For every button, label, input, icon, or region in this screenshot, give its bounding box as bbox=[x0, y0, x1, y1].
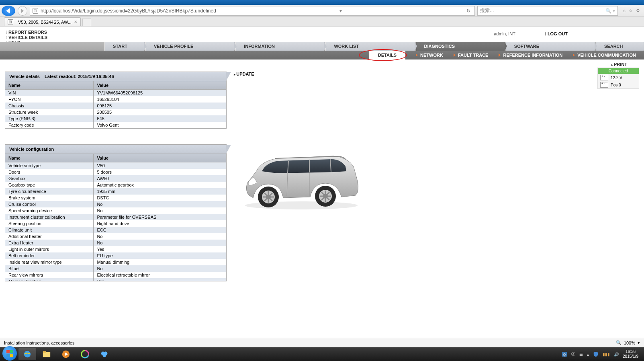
search-placeholder: 搜索... bbox=[480, 7, 494, 14]
submenu-fault-trace[interactable]: FAULT TRACE bbox=[454, 53, 489, 57]
cell-value: DSTC bbox=[94, 195, 227, 201]
latest-readout-value: 2015/1/9 16:35:46 bbox=[78, 74, 114, 79]
cell-value: EU type bbox=[94, 252, 227, 259]
vehicle-details-link[interactable]: VEHICLE DETAILS bbox=[6, 35, 47, 40]
refresh-icon[interactable]: ↻ bbox=[465, 8, 472, 14]
vehicle-config-table: Vehicle sub typeV50Doors5 doorsGearboxAW… bbox=[5, 162, 227, 281]
cell-value: Yes bbox=[94, 246, 227, 252]
cell-name: Light in outer mirrors bbox=[5, 246, 94, 252]
table-row: Inside rear view mirror typeManual dimmi… bbox=[5, 259, 227, 265]
cell-name: Factory code bbox=[5, 122, 94, 129]
table-row: Extra HeaterNo bbox=[5, 240, 227, 246]
menu-vehicle-profile[interactable]: VEHICLE PROFILE bbox=[145, 42, 235, 51]
browser-search-input[interactable]: 搜索... 🔍 ▾ bbox=[477, 6, 618, 16]
cell-value: No bbox=[94, 207, 227, 214]
cell-name: Doors bbox=[5, 169, 94, 175]
menu-work-list[interactable]: WORK LIST bbox=[325, 42, 415, 51]
menu-information[interactable]: INFORMATION bbox=[235, 42, 325, 51]
url-bar[interactable]: ◫ http://localhost/Vida/Login.do;jsessio… bbox=[30, 6, 475, 16]
menu-diagnostics[interactable]: DIAGNOSTICS bbox=[416, 42, 505, 51]
cell-value: Volvo Gent bbox=[94, 122, 227, 129]
cell-name: Inside rear view mirror type bbox=[5, 259, 94, 265]
browser-tab[interactable]: ◫ V50, 2005, B5244S5, AW... ✕ bbox=[4, 17, 81, 26]
cell-value: 1935 mm bbox=[94, 188, 227, 195]
vehicle-image bbox=[237, 143, 366, 215]
col-value: Value bbox=[94, 154, 227, 162]
cell-value: AW50 bbox=[94, 175, 227, 182]
cell-value: 200505 bbox=[94, 109, 227, 115]
table-row: Belt reminderEU type bbox=[5, 252, 227, 259]
table-row: Steering positionRight hand drive bbox=[5, 220, 227, 227]
cell-value: Manual dimming bbox=[94, 259, 227, 265]
cell-name: Vehicle sub type bbox=[5, 162, 94, 169]
table-row: Structure week200505 bbox=[5, 109, 227, 115]
tools-icon[interactable]: ⚙ bbox=[636, 8, 640, 13]
connection-status: Connected bbox=[598, 68, 639, 74]
table-row: GearboxAW50 bbox=[5, 175, 227, 182]
table-row: Instrument cluster calibrationParameter … bbox=[5, 214, 227, 220]
favorites-icon[interactable]: ☆ bbox=[629, 8, 633, 13]
new-tab-button[interactable] bbox=[82, 18, 91, 26]
table-row: Speed warning deviceNo bbox=[5, 207, 227, 214]
cell-name: Type (PNR-3) bbox=[5, 115, 94, 122]
cell-name: Extra Heater bbox=[5, 240, 94, 246]
config-scroll-area[interactable]: Vehicle sub typeV50Doors5 doorsGearboxAW… bbox=[5, 162, 227, 281]
cell-name: Gearbox type bbox=[5, 182, 94, 188]
tab-favicon: ◫ bbox=[8, 19, 13, 25]
section-title: Vehicle details bbox=[9, 74, 40, 79]
print-link[interactable]: PRINT bbox=[611, 62, 627, 67]
home-icon[interactable]: ⌂ bbox=[623, 8, 626, 13]
voltage-value: 12.2 V bbox=[611, 76, 622, 80]
battery-icon bbox=[600, 75, 608, 80]
table-row: Chassis098125 bbox=[5, 103, 227, 109]
table-row: Memory functionYes bbox=[5, 278, 227, 281]
browser-forward-button[interactable] bbox=[18, 6, 27, 16]
search-icon[interactable]: 🔍 ▾ bbox=[605, 8, 615, 14]
submenu-network[interactable]: NETWORK bbox=[416, 53, 443, 57]
cell-name: FYON bbox=[5, 96, 94, 103]
submenu-details[interactable]: DETAILS bbox=[369, 51, 405, 59]
menu-software[interactable]: SOFTWARE bbox=[506, 42, 595, 51]
submenu-reference-information[interactable]: REFERENCE INFORMATION bbox=[499, 53, 562, 57]
cell-value: 5 doors bbox=[94, 169, 227, 175]
cell-name: VIN bbox=[5, 90, 94, 96]
tab-title: V50, 2005, B5244S5, AW... bbox=[18, 20, 72, 25]
cell-value: 165263104 bbox=[94, 96, 227, 103]
section-title: Vehicle configuration bbox=[9, 147, 54, 152]
col-name: Name bbox=[5, 154, 94, 162]
cell-name: Memory function bbox=[5, 278, 94, 281]
vehicle-details-table: Name Value VINYV1MW664952098125FYON16526… bbox=[5, 81, 227, 129]
table-row: Brake systemDSTC bbox=[5, 195, 227, 201]
cell-value: Right hand drive bbox=[94, 220, 227, 227]
page-icon: ◫ bbox=[33, 8, 38, 14]
table-row: Additional heaterNo bbox=[5, 233, 227, 240]
menu-start[interactable]: START bbox=[104, 42, 145, 51]
report-errors-link[interactable]: REPORT ERRORS bbox=[6, 30, 47, 35]
cell-value: V50 bbox=[94, 162, 227, 169]
menu-search[interactable]: SEARCH bbox=[596, 42, 644, 51]
browser-back-button[interactable] bbox=[2, 6, 15, 16]
cell-name: Steering position bbox=[5, 220, 94, 227]
table-row: FYON165263104 bbox=[5, 96, 227, 103]
latest-readout-label: Latest readout: bbox=[45, 74, 76, 79]
table-row: VINYV1MW664952098125 bbox=[5, 90, 227, 96]
cell-value: Parameter file for OVERSEAS bbox=[94, 214, 227, 220]
logout-link[interactable]: LOG OUT bbox=[545, 31, 568, 37]
table-row: Climate unitECC bbox=[5, 227, 227, 233]
cell-name: Speed warning device bbox=[5, 207, 94, 214]
cell-name: Belt reminder bbox=[5, 252, 94, 259]
cell-name: Rear view mirrors bbox=[5, 272, 94, 278]
cell-name: Bifuel bbox=[5, 265, 94, 272]
table-row: Doors5 doors bbox=[5, 169, 227, 175]
update-link[interactable]: UPDATE bbox=[234, 72, 254, 76]
user-info: admin, INT bbox=[494, 31, 515, 36]
url-dropdown-icon[interactable]: ▾ bbox=[339, 8, 342, 14]
table-row: Vehicle sub typeV50 bbox=[5, 162, 227, 169]
submenu-vehicle-communication[interactable]: VEHICLE COMMUNICATION bbox=[573, 53, 636, 57]
tab-close-icon[interactable]: ✕ bbox=[74, 20, 77, 24]
cell-name: Chassis bbox=[5, 103, 94, 109]
vehicle-details-section: Vehicle details Latest readout: 2015/1/9… bbox=[5, 72, 227, 129]
table-row: BifuelNo bbox=[5, 265, 227, 272]
cell-name: Structure week bbox=[5, 109, 94, 115]
table-row: Light in outer mirrorsYes bbox=[5, 246, 227, 252]
